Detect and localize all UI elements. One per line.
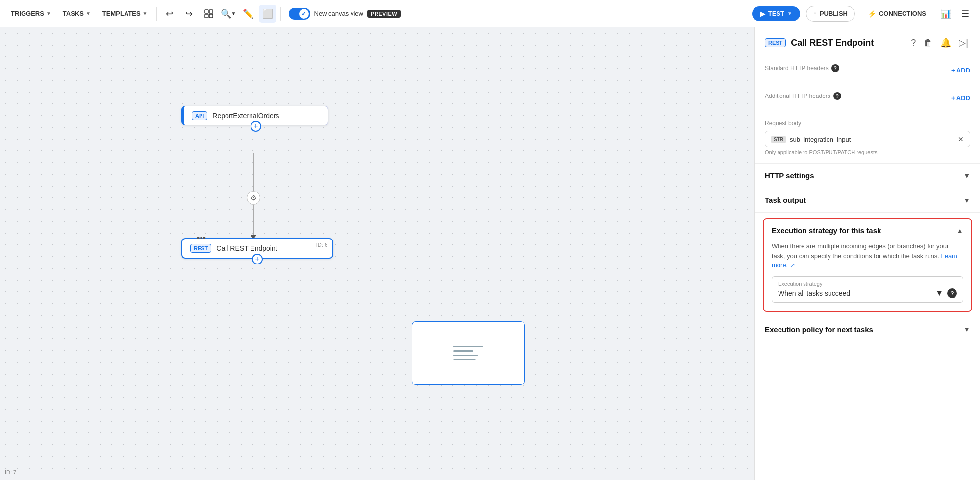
task-output-chevron: ▼	[963, 196, 970, 204]
mini-node-lines	[453, 346, 483, 360]
exec-desc-text: When there are multiple incoming edges (…	[772, 242, 949, 260]
connections-icon: ⚡	[868, 10, 876, 18]
api-badge: API	[192, 111, 207, 120]
svg-rect-1	[209, 10, 213, 13]
exec-strategy-help[interactable]: ?	[947, 288, 957, 298]
api-node-plus[interactable]: +	[251, 121, 261, 132]
additional-http-section: Additional HTTP headers ? + ADD	[755, 84, 980, 112]
redo-button[interactable]: ↪	[180, 5, 198, 23]
http-settings-section[interactable]: HTTP settings ▼	[755, 164, 980, 188]
divider-2	[280, 7, 281, 21]
canvas[interactable]: API ReportExternalOrders + ⚙ REST Call R…	[0, 27, 754, 480]
menu-button[interactable]: ☰	[956, 5, 974, 23]
templates-menu[interactable]: TEMPLATES ▼	[98, 7, 152, 20]
test-label: TEST	[768, 10, 784, 17]
exec-policy-chevron: ▼	[963, 325, 970, 333]
mini-node[interactable]	[412, 321, 525, 385]
undo-button[interactable]: ↩	[161, 5, 178, 23]
exec-strategy-icons: ▼ ?	[935, 288, 957, 298]
str-badge: STR	[771, 136, 786, 143]
http-settings-chevron: ▼	[963, 172, 970, 180]
exec-section-title: Execution strategy for this task	[772, 226, 881, 235]
request-body-note: Only applicable to POST/PUT/PATCH reques…	[765, 149, 970, 155]
exec-section-header[interactable]: Execution strategy for this task ▲	[764, 219, 971, 241]
exec-desc: When there are multiple incoming edges (…	[772, 241, 963, 270]
exec-strategy-section: Execution strategy for this task ▲ When …	[763, 218, 972, 312]
publish-label: PUBLISH	[820, 10, 848, 17]
rest-node-menu[interactable]: •••	[197, 233, 206, 243]
layout-icon	[204, 9, 214, 19]
panel-delete-button[interactable]: 🗑	[922, 36, 934, 50]
api-node[interactable]: API ReportExternalOrders +	[181, 106, 328, 125]
wand-button[interactable]: ✏️	[239, 5, 257, 23]
toolbar: TRIGGERS ▼ TASKS ▼ TEMPLATES ▼ ↩ ↪ 🔍 ▼ ✏…	[0, 0, 980, 27]
exec-section-chevron: ▲	[956, 227, 963, 235]
new-canvas-toggle[interactable]	[289, 8, 310, 20]
panel-expand-button[interactable]: ▷|	[957, 35, 970, 50]
std-http-row: Standard HTTP headers ? + ADD	[765, 64, 970, 76]
divider-1	[156, 7, 157, 21]
canvas-view-button[interactable]: ⬜	[259, 5, 276, 23]
http-settings-label: HTTP settings	[765, 171, 814, 180]
connections-button[interactable]: ⚡ CONNECTIONS	[861, 6, 933, 21]
triggers-arrow: ▼	[46, 11, 51, 16]
request-body-clear[interactable]: ✕	[958, 135, 964, 143]
test-button[interactable]: ▶ TEST ▼	[752, 6, 800, 21]
canvas-toggle: New canvas view PREVIEW	[289, 8, 401, 20]
connector-bottom	[253, 205, 254, 238]
exec-policy-section[interactable]: Execution policy for next tasks ▼	[755, 317, 980, 341]
additional-http-label: Additional HTTP headers	[765, 93, 830, 99]
svg-rect-3	[209, 14, 213, 18]
tasks-menu[interactable]: TASKS ▼	[58, 7, 96, 20]
task-output-section[interactable]: Task output ▼	[755, 188, 980, 213]
zoom-button[interactable]: 🔍 ▼	[220, 5, 237, 23]
publish-button[interactable]: ↑ PUBLISH	[806, 6, 855, 22]
std-http-add-link[interactable]: + ADD	[951, 67, 970, 74]
triggers-label: TRIGGERS	[11, 10, 44, 17]
rest-node-label: Call REST Endpoint	[216, 244, 325, 252]
layout-button[interactable]	[200, 5, 218, 23]
additional-http-add-link[interactable]: + ADD	[951, 95, 970, 102]
api-node-label: ReportExternalOrders	[212, 112, 320, 120]
zoom-arrow: ▼	[231, 11, 236, 16]
exec-policy-label: Execution policy for next tasks	[765, 325, 873, 334]
panel-title: Call REST Endpoint	[791, 38, 904, 48]
tasks-label: TASKS	[63, 10, 84, 17]
connector-top	[253, 153, 254, 192]
triggers-menu[interactable]: TRIGGERS ▼	[6, 7, 56, 20]
exec-section-body: When there are multiple incoming edges (…	[764, 241, 971, 311]
exec-strategy-row: When all tasks succeed ▼ ?	[778, 288, 957, 298]
templates-label: TEMPLATES	[102, 10, 141, 17]
panel-bell-button[interactable]: 🔔	[938, 35, 953, 50]
mini-line-4	[453, 359, 476, 360]
exec-strategy-dropdown[interactable]: ▼	[935, 289, 943, 298]
gear-connector[interactable]: ⚙	[247, 191, 260, 205]
test-arrow: ▼	[787, 11, 792, 16]
rest-node-plus[interactable]: +	[252, 254, 263, 264]
analytics-button[interactable]: 📊	[937, 5, 955, 23]
panel-rest-badge: REST	[765, 38, 786, 47]
templates-arrow: ▼	[143, 11, 148, 16]
exec-strategy-label: Execution strategy	[778, 281, 957, 287]
mini-line-1	[453, 346, 483, 347]
id-label: ID: 7	[5, 469, 16, 475]
mini-line-3	[453, 355, 478, 356]
panel-header: REST Call REST Endpoint ? 🗑 🔔 ▷|	[755, 27, 980, 56]
task-output-label: Task output	[765, 196, 806, 204]
additional-http-label-row: Additional HTTP headers ?	[765, 92, 841, 100]
svg-rect-2	[205, 14, 208, 18]
panel-header-icons: ? 🗑 🔔 ▷|	[909, 35, 970, 50]
panel-help-button[interactable]: ?	[909, 36, 918, 50]
additional-http-row: Additional HTTP headers ? + ADD	[765, 92, 970, 104]
exec-strategy-box: Execution strategy When all tasks succee…	[772, 276, 963, 303]
svg-rect-0	[205, 10, 208, 13]
std-http-section: Standard HTTP headers ? + ADD	[755, 56, 980, 84]
additional-http-help-icon[interactable]: ?	[833, 92, 841, 100]
request-body-field[interactable]: STR sub_integration_input ✕	[765, 131, 970, 147]
request-body-value: sub_integration_input	[790, 136, 954, 143]
std-http-label-row: Standard HTTP headers ?	[765, 64, 839, 72]
test-play-icon: ▶	[760, 10, 765, 18]
std-http-help-icon[interactable]: ?	[831, 64, 839, 72]
canvas-toggle-label: New canvas view	[314, 10, 363, 17]
request-body-label: Request body	[765, 120, 970, 127]
